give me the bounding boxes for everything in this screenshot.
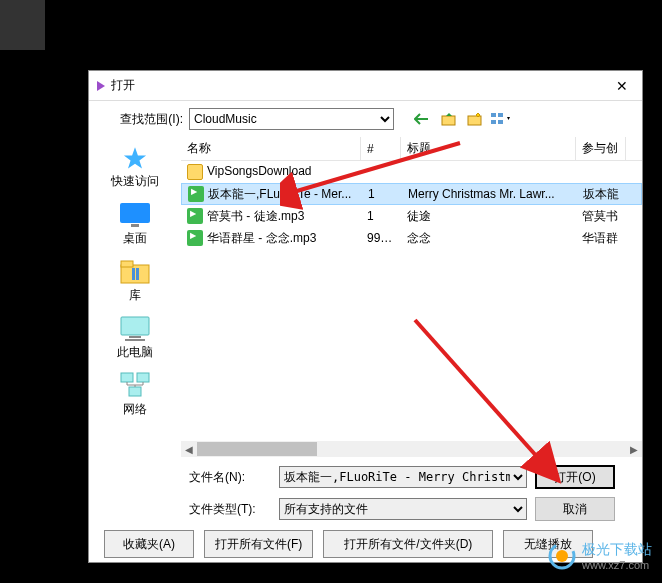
- audio-icon: [187, 230, 203, 246]
- audio-icon: [188, 186, 204, 202]
- library-icon: [117, 257, 153, 285]
- file-title: Merry Christmas Mr. Lawr...: [402, 187, 577, 201]
- place-quick-access[interactable]: 快速访问: [111, 141, 159, 194]
- watermark-brand: 极光下载站: [582, 541, 652, 559]
- view-menu-button[interactable]: [490, 108, 512, 130]
- list-row[interactable]: 管莫书 - 徒途.mp3 1 徒途 管莫书: [181, 205, 642, 227]
- file-title: 徒途: [401, 208, 576, 225]
- svg-rect-17: [129, 387, 141, 396]
- nav-icons: [412, 108, 512, 130]
- svg-rect-4: [498, 113, 503, 117]
- file-artist: 管莫书: [576, 208, 626, 225]
- cancel-button[interactable]: 取消: [535, 497, 615, 521]
- col-name[interactable]: 名称: [181, 137, 361, 160]
- list-header[interactable]: 名称 # 标题 参与创: [181, 137, 642, 161]
- list-row-selected[interactable]: 坂本龍一,FLuoRiTe - Mer... 1 Merry Christmas…: [181, 183, 642, 205]
- close-icon: ✕: [616, 78, 628, 94]
- audio-icon: [187, 208, 203, 224]
- watermark-url: www.xz7.com: [582, 559, 652, 571]
- svg-rect-16: [137, 373, 149, 382]
- svg-rect-10: [132, 268, 135, 280]
- window-title: 打开: [111, 77, 135, 94]
- network-icon: [117, 371, 153, 399]
- watermark-logo-icon: [548, 542, 576, 570]
- watermark: 极光下载站 www.xz7.com: [548, 541, 652, 571]
- list-body: VipSongsDownload 坂本龍一,FLuoRiTe - Mer... …: [181, 161, 642, 249]
- titlebar: 打开 ✕: [89, 71, 642, 101]
- lookin-row: 查找范围(I): CloudMusic: [89, 101, 642, 137]
- svg-rect-13: [129, 336, 141, 338]
- svg-rect-0: [442, 116, 455, 125]
- new-folder-button[interactable]: [464, 108, 486, 130]
- open-all-files-button[interactable]: 打开所有文件(F): [204, 530, 313, 558]
- filetype-select[interactable]: 所有支持的文件: [279, 498, 527, 520]
- file-artist: 华语群: [576, 230, 626, 247]
- close-button[interactable]: ✕: [602, 72, 642, 100]
- filename-label: 文件名(N):: [189, 469, 271, 486]
- svg-rect-14: [125, 339, 145, 341]
- col-artist[interactable]: 参与创: [576, 137, 626, 160]
- file-list[interactable]: 名称 # 标题 参与创 VipSongsDownload 坂本龍一,FLuoRi…: [181, 137, 642, 457]
- folder-icon: [187, 164, 203, 180]
- place-network[interactable]: 网络: [117, 367, 153, 422]
- filetype-label: 文件类型(T):: [189, 501, 271, 518]
- place-library[interactable]: 库: [117, 253, 153, 308]
- file-title: 念念: [401, 230, 576, 247]
- svg-point-21: [556, 550, 568, 562]
- desktop-icon: [117, 200, 153, 228]
- file-name: 坂本龍一,FLuoRiTe - Mer...: [208, 187, 351, 201]
- list-row[interactable]: 华语群星 - 念念.mp3 999... 念念 华语群: [181, 227, 642, 249]
- scroll-left-icon[interactable]: ◀: [181, 441, 197, 457]
- filename-row: 文件名(N): 坂本龍一,FLuoRiTe - Merry Christmas …: [189, 465, 632, 489]
- place-this-pc[interactable]: 此电脑: [117, 310, 153, 365]
- svg-rect-15: [121, 373, 133, 382]
- open-all-files-folders-button[interactable]: 打开所有文件/文件夹(D): [323, 530, 493, 558]
- svg-rect-5: [498, 120, 503, 124]
- place-label: 桌面: [123, 230, 147, 247]
- list-row-folder[interactable]: VipSongsDownload: [181, 161, 642, 183]
- scroll-right-icon[interactable]: ▶: [626, 441, 642, 457]
- open-file-dialog: 打开 ✕ 查找范围(I): CloudMusic 快速访问: [88, 70, 643, 563]
- svg-rect-6: [120, 203, 150, 223]
- svg-rect-2: [491, 113, 496, 117]
- file-num: 1: [361, 209, 401, 223]
- up-one-level-button[interactable]: [438, 108, 460, 130]
- filename-input[interactable]: 坂本龍一,FLuoRiTe - Merry Christmas Mr: [279, 466, 527, 488]
- place-label: 网络: [123, 401, 147, 418]
- file-name: 华语群星 - 念念.mp3: [207, 231, 316, 245]
- svg-rect-12: [121, 317, 149, 335]
- svg-rect-3: [491, 120, 496, 124]
- open-button[interactable]: 打开(O): [535, 465, 615, 489]
- file-artist: 坂本龍: [577, 186, 627, 203]
- favorites-button[interactable]: 收藏夹(A): [104, 530, 194, 558]
- host-app-sidebar: [0, 0, 45, 50]
- back-button[interactable]: [412, 108, 434, 130]
- place-desktop[interactable]: 桌面: [117, 196, 153, 251]
- svg-rect-11: [136, 268, 139, 280]
- place-label: 此电脑: [117, 344, 153, 361]
- col-num[interactable]: #: [361, 137, 401, 160]
- lookin-label: 查找范围(I):: [93, 111, 183, 128]
- places-bar: 快速访问 桌面 库 此电脑 网络: [89, 137, 181, 457]
- svg-rect-1: [468, 116, 481, 125]
- filetype-row: 文件类型(T): 所有支持的文件 取消: [189, 497, 632, 521]
- lookin-select[interactable]: CloudMusic: [189, 108, 394, 130]
- file-num: 1: [362, 187, 402, 201]
- app-logo-icon: [97, 81, 105, 91]
- file-name: VipSongsDownload: [207, 164, 312, 178]
- svg-rect-7: [131, 224, 139, 227]
- place-label: 库: [129, 287, 141, 304]
- scroll-thumb[interactable]: [197, 442, 317, 456]
- content-area: 快速访问 桌面 库 此电脑 网络 名称 # 标题: [89, 137, 642, 457]
- svg-rect-9: [121, 261, 133, 267]
- col-title[interactable]: 标题: [401, 137, 576, 160]
- horizontal-scrollbar[interactable]: ◀ ▶: [181, 441, 642, 457]
- file-num: 999...: [361, 231, 401, 245]
- file-name: 管莫书 - 徒途.mp3: [207, 209, 304, 223]
- bottom-controls: 文件名(N): 坂本龍一,FLuoRiTe - Merry Christmas …: [89, 457, 642, 521]
- place-label: 快速访问: [111, 173, 159, 190]
- star-icon: [121, 145, 149, 173]
- pc-icon: [117, 314, 153, 342]
